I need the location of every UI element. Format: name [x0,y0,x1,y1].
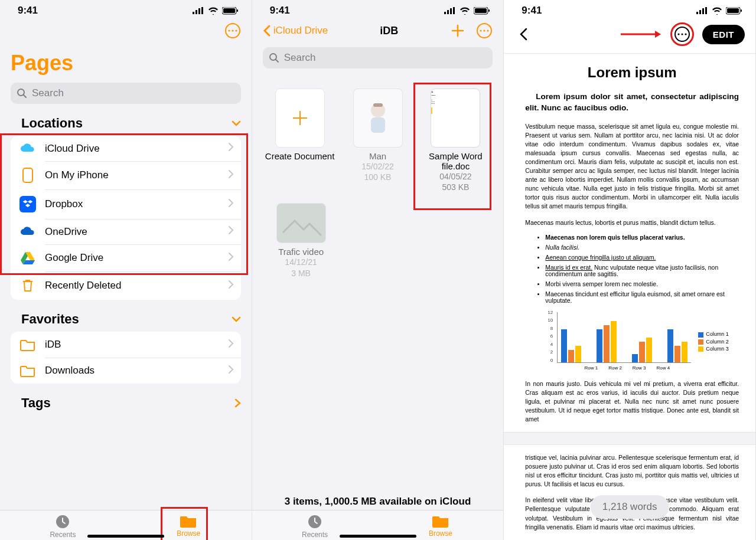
edit-button[interactable]: EDIT [702,25,745,44]
files-grid: Create Document Man 15/02/22 100 KB Lore… [252,77,504,198]
svg-rect-39 [727,8,739,13]
trash-icon [21,278,35,293]
doc-title: Lorem ipsum [525,64,739,81]
video-thumbnail-icon [277,203,325,243]
tab-label: Recents [302,531,328,539]
list-item-label: Dropbox [45,198,83,210]
favorite-downloads[interactable]: Downloads [11,358,241,384]
chart-xtick: Row 2 [608,365,622,371]
file-size: 503 KB [442,182,469,192]
cellular-icon [444,7,456,14]
file-date: 15/02/22 [361,161,394,172]
wifi-icon [208,7,219,15]
svg-point-45 [685,33,686,35]
annotation-circle-more [670,22,694,46]
chart-ytick: 10 [548,318,553,323]
back-button[interactable]: iCloud Drive [263,24,328,37]
more-icon[interactable] [476,22,493,39]
chevron-down-icon [232,315,241,324]
location-icloud-drive[interactable]: iCloud Drive [11,136,241,161]
svg-rect-21 [475,8,487,13]
add-icon[interactable] [450,23,465,38]
doc-paragraph: tristique vel, lacinia pulvinar arcu. Pe… [525,453,739,489]
svg-line-28 [276,60,278,62]
location-onedrive[interactable]: OneDrive [11,219,241,244]
file-name: Create Document [265,151,335,161]
file-size: 100 KB [364,172,392,182]
status-bar: 9:41 [252,0,504,20]
locations-list: iCloud Drive On My iPhone Dropbox OneDri… [11,136,241,300]
svg-rect-16 [444,12,446,14]
page-title: Pages [0,45,252,80]
chevron-right-icon [228,365,234,374]
chevron-right-icon [234,398,241,408]
location-dropbox[interactable]: Dropbox [11,189,241,219]
legend-label: Column 3 [706,346,729,352]
tab-label: Browse [429,529,452,538]
file-sample-word[interactable]: Lorem ipsum Lorem ipsum dolor sit amet c… [418,89,493,192]
file-name: Sample Word file.doc [418,151,493,171]
status-time: 9:41 [270,5,290,17]
battery-icon [474,7,490,15]
doc-paragraph: In non mauris justo. Duis vehicula mi ve… [525,379,739,424]
svg-rect-40 [741,9,742,12]
svg-line-12 [24,95,26,97]
folder-icon [180,514,197,528]
search-input[interactable]: Search [263,47,493,68]
svg-rect-3 [201,7,203,14]
clock-icon [307,514,322,529]
nav-row [0,20,252,45]
chevron-right-icon [228,225,234,235]
word-count-badge[interactable]: 1,218 words [591,495,669,519]
location-google-drive[interactable]: Google Drive [11,244,241,271]
svg-rect-30 [371,117,385,133]
doc-lead: Lorem ipsum dolor sit amet, consectetur … [525,91,739,114]
locations-header[interactable]: Locations [0,112,252,133]
status-icons [444,7,490,15]
folder-icon [20,338,35,351]
chart-ytick: 2 [550,349,553,355]
location-on-my-iphone[interactable]: On My iPhone [11,161,241,189]
location-recently-deleted[interactable]: Recently Deleted [11,271,241,300]
list-item-label: Downloads [45,365,94,377]
chart-ytick: 6 [550,333,553,339]
status-icons [193,7,239,15]
battery-icon [726,7,742,15]
pane-files-folder: 9:41 iCloud Drive iDB Search Create Docu… [252,0,504,540]
search-input[interactable]: Search [11,83,241,104]
favorites-header[interactable]: Favorites [0,302,252,329]
chart-xtick: Row 1 [584,365,598,371]
google-drive-icon [20,251,35,265]
document-thumbnail-icon: Lorem ipsum Lorem ipsum dolor sit amet c… [431,89,437,116]
list-item-label: iDB [45,339,61,351]
favorite-idb[interactable]: iDB [11,332,241,358]
file-man[interactable]: Man 15/02/22 100 KB [341,89,415,192]
document-nav: EDIT [504,20,755,54]
page-break [504,432,755,445]
more-icon[interactable] [674,26,690,42]
wifi-icon [712,7,722,15]
list-item-label: iCloud Drive [45,143,100,155]
back-icon[interactable] [519,27,527,41]
favorites-label: Favorites [21,312,79,327]
tags-label: Tags [21,395,51,411]
status-bar: 9:41 [0,0,252,20]
create-document-button[interactable]: Create Document [263,89,337,192]
svg-rect-31 [373,103,383,107]
list-item-label: Google Drive [45,252,103,264]
home-indicator[interactable] [340,535,416,538]
file-trafic-video[interactable]: Trafic video 14/12/21 3 MB [263,203,340,278]
chevron-down-icon [232,119,241,128]
svg-point-8 [228,30,230,31]
file-date: 14/12/21 [285,257,317,267]
svg-rect-36 [702,8,704,14]
search-placeholder: Search [32,87,64,99]
svg-rect-35 [699,10,701,14]
folder-title: iDB [328,25,450,37]
more-icon[interactable] [224,22,241,39]
svg-rect-37 [705,7,707,14]
pane-document-view: 9:41 EDIT Lorem ipsum Lorem ipsum dolor … [504,0,756,540]
home-indicator[interactable] [87,535,164,538]
document-body[interactable]: Lorem ipsum Lorem ipsum dolor sit amet, … [504,54,755,540]
tags-header[interactable]: Tags [0,386,252,413]
